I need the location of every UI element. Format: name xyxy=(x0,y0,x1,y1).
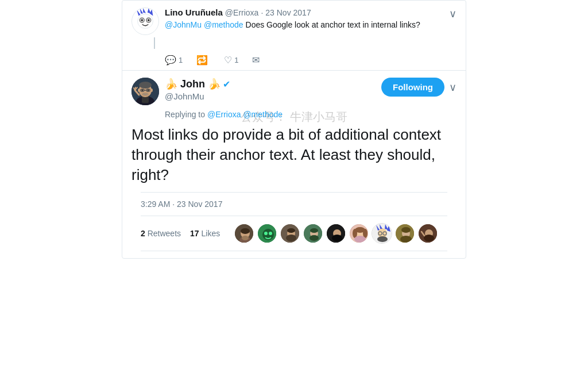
reply-mention-errioxa[interactable]: @Errioxa xyxy=(207,110,241,119)
tweet-header: Lino Uruñuela @Errioxa · 23 Nov 2017 @Jo… xyxy=(131,7,457,35)
svg-point-15 xyxy=(139,82,152,89)
svg-point-40 xyxy=(287,228,295,233)
tweet-meta: Lino Uruñuela @Errioxa · 23 Nov 2017 @Jo… xyxy=(165,7,443,31)
liker-avatar-7[interactable] xyxy=(372,223,392,244)
like-action[interactable]: ♡ 1 xyxy=(224,55,238,66)
likes-label: Likes xyxy=(202,229,220,238)
svg-point-47 xyxy=(332,235,342,241)
svg-point-22 xyxy=(148,90,149,91)
verified-badge: ✔ xyxy=(223,79,230,90)
svg-point-36 xyxy=(269,232,272,235)
tweet-actions: 💬 1 🔁 ♡ 1 ✉ xyxy=(131,55,457,66)
svg-point-62 xyxy=(377,236,388,242)
john-handle: @JohnMu xyxy=(165,91,376,101)
lino-avatar[interactable] xyxy=(131,7,159,35)
mention-johnmu[interactable]: @JohnMu xyxy=(165,20,202,29)
svg-point-69 xyxy=(424,235,434,241)
retweet-count: 2 Retweets xyxy=(141,229,181,238)
likers-avatars xyxy=(234,223,438,244)
mention-methode[interactable]: @methode xyxy=(204,20,243,29)
retweet-action[interactable]: 🔁 xyxy=(196,55,210,66)
dm-icon: ✉ xyxy=(252,55,260,66)
svg-point-66 xyxy=(400,236,412,243)
separator: · xyxy=(261,8,263,17)
thread-connector xyxy=(154,37,155,49)
liker-avatar-1[interactable] xyxy=(234,223,254,244)
original-tweet: Lino Uruñuela @Errioxa · 23 Nov 2017 @Jo… xyxy=(122,1,466,71)
john-meta: 🍌 John 🍌 ✔ @JohnMu xyxy=(165,78,376,101)
liker-avatar-5[interactable] xyxy=(326,223,346,244)
reply-tweet: 🍌 John 🍌 ✔ @JohnMu Following ∨ Replying … xyxy=(122,71,466,258)
svg-point-32 xyxy=(242,236,249,240)
liker-avatar-6[interactable] xyxy=(349,223,369,244)
following-button[interactable]: Following xyxy=(381,78,444,97)
retweet-number: 2 xyxy=(141,229,145,238)
tweet-text: @JohnMu @methode Does Google look at anc… xyxy=(165,20,443,31)
retweet-label: Retweets xyxy=(148,229,181,238)
reply-header: 🍌 John 🍌 ✔ @JohnMu Following ∨ xyxy=(131,78,457,105)
svg-marker-1 xyxy=(137,9,141,16)
retweet-likes-bar: 2 Retweets 17 Likes xyxy=(141,216,447,251)
replying-to-label: Replying to xyxy=(165,110,205,119)
reply-header-right: Following ∨ xyxy=(381,78,457,97)
bottom-section: 3:29 AM · 23 Nov 2017 2 Retweets 17 Like… xyxy=(131,192,457,258)
reply-mention-methode[interactable]: @methode xyxy=(243,110,283,119)
john-avatar[interactable] xyxy=(131,78,159,105)
author-name: Lino Uruñuela xyxy=(165,7,223,17)
like-count: 1 xyxy=(234,56,238,64)
chevron-icon[interactable]: ∨ xyxy=(449,7,457,20)
reply-action[interactable]: 💬 1 xyxy=(165,55,183,66)
svg-point-17 xyxy=(150,89,153,92)
svg-point-35 xyxy=(264,232,268,235)
tweet-container: Lino Uruñuela @Errioxa · 23 Nov 2017 @Jo… xyxy=(122,1,466,258)
svg-point-21 xyxy=(142,90,144,91)
liker-avatar-8[interactable] xyxy=(394,223,415,244)
john-name: 🍌 John 🍌 xyxy=(165,78,220,90)
liker-avatar-2[interactable] xyxy=(257,223,277,244)
tweet-timestamp: 3:29 AM · 23 Nov 2017 xyxy=(141,192,447,209)
tweet-body: Does Google look at anchor text in inter… xyxy=(246,20,420,29)
svg-point-44 xyxy=(310,235,319,241)
svg-point-39 xyxy=(286,235,296,241)
reply-icon: 💬 xyxy=(165,55,176,66)
main-tweet-text: Most links do provide a bit of additiona… xyxy=(131,125,457,185)
retweet-icon: 🔁 xyxy=(196,55,208,66)
reply-chevron-icon[interactable]: ∨ xyxy=(449,81,457,94)
svg-point-43 xyxy=(310,228,318,233)
liker-avatar-9[interactable] xyxy=(417,223,438,244)
svg-point-16 xyxy=(138,89,140,92)
svg-point-53 xyxy=(354,236,366,243)
author-handle: @Errioxa xyxy=(225,8,259,17)
like-icon: ♡ xyxy=(224,55,232,66)
svg-point-65 xyxy=(401,227,411,233)
reply-count: 1 xyxy=(179,56,183,64)
john-name-line: 🍌 John 🍌 ✔ xyxy=(165,78,376,90)
replying-to: Replying to @Errioxa @methode xyxy=(165,110,457,119)
message-action[interactable]: ✉ xyxy=(252,55,260,66)
liker-avatar-3[interactable] xyxy=(280,223,300,244)
liker-avatar-4[interactable] xyxy=(303,223,323,244)
svg-point-30 xyxy=(241,228,250,234)
svg-point-10 xyxy=(148,19,150,21)
likes-stat: 17 Likes xyxy=(190,229,220,238)
tweet-date: 23 Nov 2017 xyxy=(265,8,311,17)
author-line: Lino Uruñuela @Errioxa · 23 Nov 2017 xyxy=(165,7,443,17)
likes-number: 17 xyxy=(190,229,199,238)
svg-point-9 xyxy=(141,19,143,21)
